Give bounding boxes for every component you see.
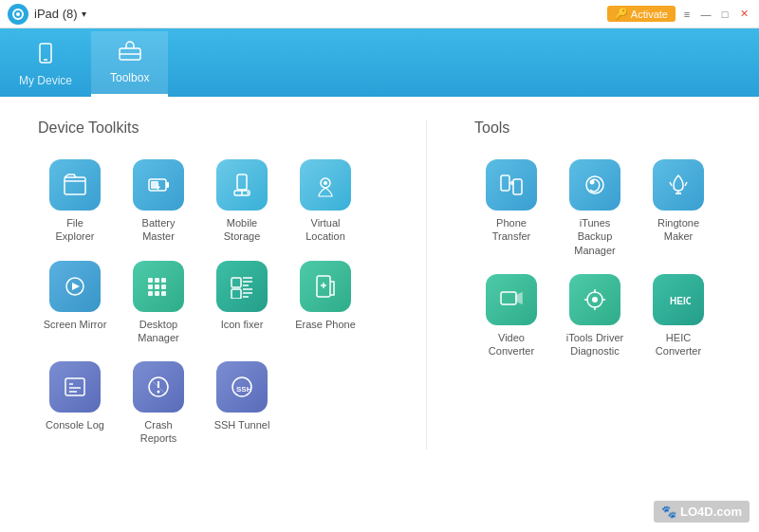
tools-title: Tools <box>474 119 721 137</box>
tools-section: Tools Phone Transfer iTunes BackupManage… <box>474 119 721 449</box>
tool-icon-console-log <box>49 361 101 413</box>
svg-line-52 <box>670 182 672 186</box>
svg-rect-19 <box>161 278 166 283</box>
tool-icon-desktop-manager <box>133 261 184 312</box>
dropdown-icon: ▾ <box>82 9 86 19</box>
svg-rect-24 <box>155 291 159 296</box>
svg-point-12 <box>247 193 249 194</box>
tool-label-icon-fixer: Icon fixer <box>221 318 264 331</box>
svg-rect-20 <box>148 284 153 289</box>
svg-rect-26 <box>231 278 241 287</box>
svg-line-53 <box>685 182 687 186</box>
tool-icon-screen-mirror <box>49 261 101 312</box>
navbar: My Device Toolbox <box>0 28 759 97</box>
tool-label-ringtone-maker: Ringtone Maker <box>645 216 712 244</box>
app-logo <box>8 4 28 25</box>
svg-point-56 <box>592 297 598 303</box>
my-device-icon <box>34 42 57 70</box>
tool-label-ssh-tunnel: SSH Tunnel <box>214 418 270 431</box>
tool-item-virtual-location[interactable]: Virtual Location <box>288 156 362 248</box>
watermark: 🐾 LO4D.com <box>654 501 750 523</box>
svg-text:SSH: SSH <box>236 385 252 394</box>
svg-point-49 <box>590 180 595 185</box>
tool-icon-ringtone-maker <box>653 159 704 211</box>
activate-button[interactable]: 🔑 Activate <box>607 6 676 22</box>
svg-point-43 <box>157 391 160 394</box>
svg-point-14 <box>324 181 327 185</box>
svg-rect-25 <box>161 291 166 296</box>
tool-item-screen-mirror[interactable]: Screen Mirror <box>38 257 112 349</box>
nav-my-device[interactable]: My Device <box>0 34 91 97</box>
tool-item-video-converter[interactable]: VideoConverter <box>474 270 548 362</box>
toolbox-icon <box>118 39 142 67</box>
tool-icon-itunes-backup <box>569 159 620 211</box>
watermark-icon: 🐾 <box>661 504 676 519</box>
toolbox-label: Toolbox <box>110 71 149 84</box>
titlebar: iPad (8) ▾ 🔑 Activate ≡ — □ ✕ <box>0 0 759 28</box>
svg-rect-54 <box>501 292 516 304</box>
tool-item-heic-converter[interactable]: HEIC HEIC Converter <box>641 270 715 362</box>
device-name: iPad (8) <box>34 7 78 21</box>
tool-label-battery-master: Battery Master <box>125 216 192 244</box>
svg-point-1 <box>16 12 20 16</box>
svg-rect-17 <box>148 278 153 283</box>
tool-item-mobile-storage[interactable]: Mobile Storage <box>205 156 279 248</box>
tool-label-crash-reports: Crash Reports <box>125 418 192 446</box>
tool-icon-video-converter <box>486 274 537 325</box>
tool-item-phone-transfer[interactable]: Phone Transfer <box>474 156 548 261</box>
tools-grid: Phone Transfer iTunes BackupManager Ring… <box>474 156 721 361</box>
tool-label-erase-phone: Erase Phone <box>295 318 356 331</box>
my-device-label: My Device <box>19 74 72 87</box>
tool-label-phone-transfer: Phone Transfer <box>478 216 545 244</box>
svg-marker-16 <box>72 283 80 290</box>
tool-item-icon-fixer[interactable]: Icon fixer <box>205 257 279 349</box>
device-toolkits-section: Device Toolkits FileExplorer Battery Mas… <box>38 119 379 449</box>
tool-label-screen-mirror: Screen Mirror <box>44 318 107 331</box>
tool-label-file-explorer: FileExplorer <box>56 216 95 244</box>
sections-wrapper: Device Toolkits FileExplorer Battery Mas… <box>38 119 721 449</box>
tool-item-console-log[interactable]: Console Log <box>38 358 112 449</box>
tool-item-itools-driver[interactable]: iTools DriverDiagnostic <box>558 270 632 362</box>
svg-rect-47 <box>513 179 522 194</box>
menu-button[interactable]: ≡ <box>679 7 694 22</box>
svg-rect-21 <box>155 284 159 289</box>
svg-rect-18 <box>155 278 159 283</box>
svg-rect-22 <box>161 284 166 289</box>
tool-item-battery-master[interactable]: Battery Master <box>121 156 195 248</box>
watermark-text: LO4D.com <box>680 504 742 519</box>
tool-icon-crash-reports <box>133 361 184 413</box>
tool-label-mobile-storage: Mobile Storage <box>209 216 275 244</box>
tool-icon-heic-converter: HEIC <box>653 274 704 325</box>
section-divider <box>426 119 427 449</box>
titlebar-left: iPad (8) ▾ <box>8 4 86 25</box>
tool-item-ringtone-maker[interactable]: Ringtone Maker <box>641 156 715 261</box>
tool-label-console-log: Console Log <box>46 418 104 431</box>
tool-icon-mobile-storage <box>216 159 268 211</box>
tool-item-desktop-manager[interactable]: DesktopManager <box>121 257 195 349</box>
svg-rect-8 <box>166 182 169 188</box>
tool-icon-battery-master <box>133 159 184 211</box>
svg-rect-46 <box>501 175 509 191</box>
svg-rect-6 <box>65 177 85 194</box>
tool-item-crash-reports[interactable]: Crash Reports <box>121 358 195 449</box>
svg-rect-37 <box>65 378 84 395</box>
tool-item-itunes-backup[interactable]: iTunes BackupManager <box>558 156 632 261</box>
maximize-button[interactable]: □ <box>717 7 732 22</box>
svg-rect-30 <box>231 289 241 299</box>
tool-icon-itools-driver <box>569 274 620 325</box>
tool-item-file-explorer[interactable]: FileExplorer <box>38 156 112 248</box>
svg-rect-10 <box>237 174 247 190</box>
close-button[interactable]: ✕ <box>736 7 751 22</box>
svg-text:HEIC: HEIC <box>670 296 691 306</box>
minimize-button[interactable]: — <box>698 7 713 22</box>
tool-icon-ssh-tunnel: SSH <box>216 361 268 413</box>
device-selector[interactable]: iPad (8) ▾ <box>34 7 86 21</box>
tool-label-itools-driver: iTools DriverDiagnostic <box>566 331 624 358</box>
tool-item-erase-phone[interactable]: Erase Phone <box>288 257 362 349</box>
tool-label-desktop-manager: DesktopManager <box>138 318 178 345</box>
nav-toolbox[interactable]: Toolbox <box>91 31 168 97</box>
tool-item-ssh-tunnel[interactable]: SSH SSH Tunnel <box>205 358 279 449</box>
tool-icon-virtual-location <box>300 159 351 211</box>
titlebar-right: 🔑 Activate ≡ — □ ✕ <box>607 6 751 22</box>
device-toolkits-grid: FileExplorer Battery Master Mobile Stora… <box>38 156 379 449</box>
